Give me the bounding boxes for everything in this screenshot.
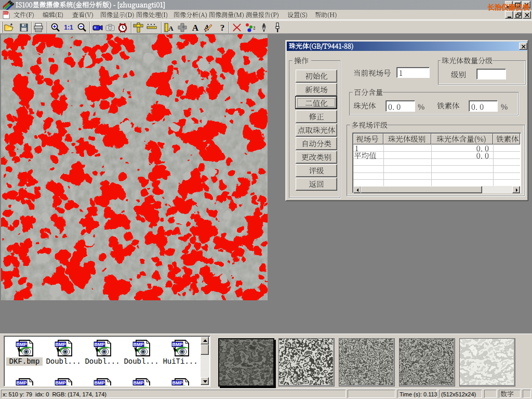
svg-text:BMP: BMP xyxy=(134,380,144,385)
svg-text:BMP: BMP xyxy=(95,380,105,385)
svg-text:3: 3 xyxy=(253,25,255,31)
svg-text:BMP: BMP xyxy=(95,342,105,347)
svg-text:BMP: BMP xyxy=(172,342,183,347)
svg-text:1:1: 1:1 xyxy=(64,24,73,31)
svg-text:BMP: BMP xyxy=(17,342,27,347)
svg-text:BMP: BMP xyxy=(134,342,144,347)
svg-text:BMP: BMP xyxy=(17,380,27,385)
svg-text:BMP: BMP xyxy=(56,380,66,385)
svg-text:A: A xyxy=(192,23,199,33)
svg-text:?: ? xyxy=(220,23,225,33)
svg-text:BMP: BMP xyxy=(56,342,66,347)
svg-text:DOC: DOC xyxy=(3,12,9,15)
svg-text:A: A xyxy=(168,24,174,32)
svg-text:BMP: BMP xyxy=(172,380,183,385)
